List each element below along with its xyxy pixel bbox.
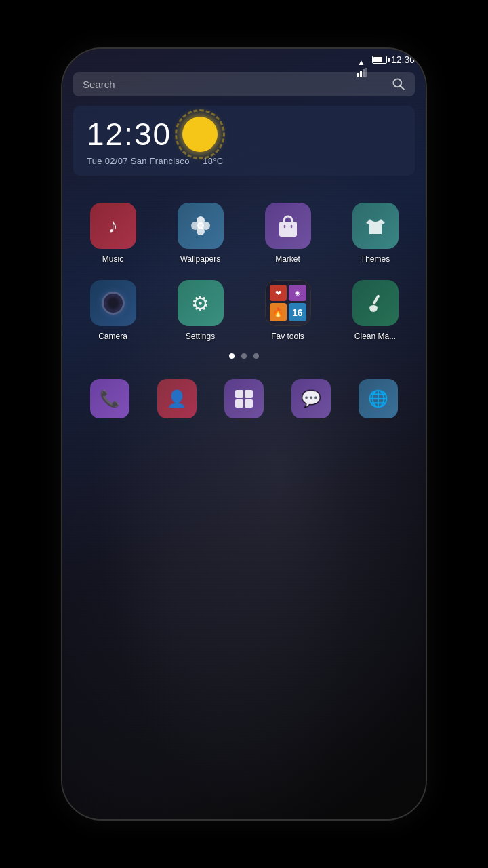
app-icon-camera	[90, 280, 136, 326]
sun-icon	[182, 117, 218, 152]
favtools-cell-1: ❤	[270, 285, 287, 301]
dock-browser[interactable]: 🌐	[359, 379, 398, 418]
shirt-icon	[363, 214, 388, 238]
dot-3[interactable]	[253, 353, 259, 359]
signal-icon	[357, 56, 368, 64]
battery-icon	[372, 56, 387, 64]
app-icon-music: ♪	[90, 203, 136, 249]
app-label-wallpapers: Wallpapers	[180, 254, 221, 264]
app-label-themes: Themes	[361, 254, 390, 264]
flower-icon	[188, 214, 213, 238]
dock-messages[interactable]: 💬	[291, 379, 331, 418]
app-label-music: Music	[102, 254, 123, 264]
favtools-cell-4: 16	[289, 303, 306, 321]
browser-icon: 🌐	[368, 389, 388, 408]
svg-rect-16	[245, 399, 253, 408]
gear-icon: ⚙	[191, 292, 209, 315]
app-icon-themes	[352, 203, 399, 249]
app-camera[interactable]: Camera	[69, 280, 157, 341]
dot-1[interactable]	[229, 353, 235, 359]
svg-rect-11	[279, 222, 297, 237]
svg-point-10	[197, 222, 204, 229]
app-label-market: Market	[275, 254, 300, 264]
phone-icon: 📞	[100, 389, 120, 408]
dock-contacts[interactable]: 👤	[157, 379, 197, 418]
dock-apps[interactable]	[224, 379, 264, 418]
svg-rect-13	[235, 390, 243, 398]
app-music[interactable]: ♪ Music	[69, 203, 157, 264]
phone-screen: 12:30 Search 12:30 Tue 02/07 San Francis…	[62, 49, 426, 819]
broom-icon	[364, 292, 387, 315]
app-icon-wallpapers	[178, 203, 224, 249]
svg-point-4	[394, 79, 402, 87]
app-icon-settings: ⚙	[178, 280, 224, 326]
dock-phone[interactable]: 📞	[90, 379, 129, 418]
search-placeholder: Search	[83, 79, 385, 90]
favtools-grid: ❤ ◉ 🔥 16	[266, 281, 310, 326]
app-icon-market	[265, 203, 311, 249]
status-bar: 12:30	[62, 49, 426, 68]
search-bar[interactable]: Search	[73, 72, 415, 96]
app-grid-row1: ♪ Music Wallpapers	[62, 203, 426, 341]
camera-lens	[102, 292, 125, 315]
svg-line-5	[401, 86, 405, 90]
dock: 📞 👤 💬 🌐	[62, 372, 426, 432]
apps-grid-icon	[234, 389, 254, 409]
app-icon-cleanmaster	[352, 280, 399, 326]
music-icon: ♪	[108, 214, 118, 237]
app-favtools[interactable]: ❤ ◉ 🔥 16 Fav tools	[244, 280, 331, 341]
app-wallpapers[interactable]: Wallpapers	[157, 203, 244, 264]
search-icon	[392, 77, 405, 91]
svg-rect-12	[372, 294, 380, 305]
app-market[interactable]: Market	[244, 203, 331, 264]
favtools-cell-3: 🔥	[270, 303, 287, 321]
weather-widget: 12:30 Tue 02/07 San Francisco 18°C	[73, 106, 415, 176]
app-label-cleanmaster: Clean Ma...	[354, 332, 396, 341]
dot-2[interactable]	[241, 353, 247, 359]
weather-bottom: Tue 02/07 San Francisco 18°C	[87, 156, 401, 166]
app-icon-favtools: ❤ ◉ 🔥 16	[265, 280, 311, 326]
weather-time: 12:30	[87, 119, 171, 150]
page-dots	[62, 353, 426, 359]
app-settings[interactable]: ⚙ Settings	[157, 280, 244, 341]
status-time: 12:30	[391, 54, 415, 65]
bag-icon	[277, 214, 300, 238]
weather-top: 12:30	[87, 117, 401, 152]
app-label-settings: Settings	[186, 332, 215, 341]
contacts-icon: 👤	[167, 389, 187, 408]
messages-icon: 💬	[301, 389, 321, 408]
app-label-camera: Camera	[98, 332, 127, 341]
svg-rect-15	[235, 399, 243, 408]
app-label-favtools: Fav tools	[271, 332, 304, 341]
weather-date: Tue 02/07 San Francisco	[87, 156, 190, 166]
svg-rect-14	[245, 390, 253, 398]
favtools-cell-2: ◉	[289, 285, 306, 301]
phone-frame: 12:30 Search 12:30 Tue 02/07 San Francis…	[61, 47, 427, 821]
app-themes[interactable]: Themes	[331, 203, 419, 264]
app-cleanmaster[interactable]: Clean Ma...	[331, 280, 419, 341]
